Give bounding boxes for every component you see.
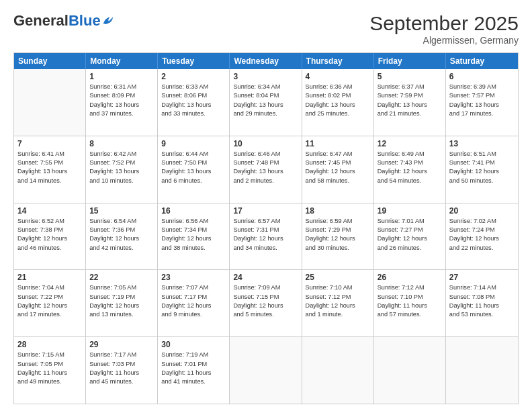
cell-info-line: and 1 minute. xyxy=(306,310,370,319)
cell-info-line: Sunrise: 7:07 AM xyxy=(161,283,226,292)
cell-info-line: Sunrise: 6:31 AM xyxy=(89,83,154,91)
cell-info-line: Daylight: 12 hours xyxy=(233,234,298,243)
calendar-cell: 14Sunrise: 6:52 AMSunset: 7:38 PMDayligh… xyxy=(14,203,86,270)
calendar-cell: 21Sunrise: 7:04 AMSunset: 7:22 PMDayligh… xyxy=(14,270,86,336)
cell-info-line: Sunset: 8:09 PM xyxy=(89,91,154,100)
weekday-header: Thursday xyxy=(302,53,374,69)
cell-info-line: and 6 minutes. xyxy=(161,177,226,185)
cell-info-line: Daylight: 11 hours xyxy=(17,369,82,377)
month-title: September 2025 xyxy=(369,12,519,35)
day-number: 12 xyxy=(378,139,442,148)
day-number: 4 xyxy=(306,72,370,81)
calendar-cell: 12Sunrise: 6:49 AMSunset: 7:43 PMDayligh… xyxy=(374,136,446,203)
cell-info-line: Daylight: 13 hours xyxy=(161,167,226,176)
cell-info-line: Daylight: 12 hours xyxy=(17,234,82,243)
day-number: 17 xyxy=(233,206,298,216)
calendar-cell: 27Sunrise: 7:14 AMSunset: 7:08 PMDayligh… xyxy=(446,270,518,336)
cell-info-line: Sunrise: 6:37 AM xyxy=(378,83,442,91)
cell-info-line: and 34 minutes. xyxy=(233,244,298,253)
calendar-cell: 7Sunrise: 6:41 AMSunset: 7:55 PMDaylight… xyxy=(14,136,86,203)
cell-info-line: Sunrise: 7:04 AM xyxy=(17,283,82,292)
cell-info-line: and 17 minutes. xyxy=(449,109,515,118)
cell-info-line: Sunrise: 7:05 AM xyxy=(89,283,154,292)
cell-info-line: Sunset: 7:48 PM xyxy=(233,158,298,167)
day-number: 24 xyxy=(233,273,298,282)
cell-info-line: and 53 minutes. xyxy=(449,310,515,319)
day-number: 28 xyxy=(17,340,82,349)
day-number: 26 xyxy=(378,273,442,282)
cell-info-line: and 46 minutes. xyxy=(17,244,82,253)
calendar-cell: 5Sunrise: 6:37 AMSunset: 7:59 PMDaylight… xyxy=(374,69,446,136)
cell-info-line: Daylight: 12 hours xyxy=(306,234,370,243)
cell-info-line: Sunset: 7:45 PM xyxy=(306,158,370,167)
calendar-cell: 1Sunrise: 6:31 AMSunset: 8:09 PMDaylight… xyxy=(86,69,158,136)
day-number: 11 xyxy=(306,139,370,148)
cell-info-line: Sunrise: 6:39 AM xyxy=(449,83,515,91)
cell-info-line: Sunrise: 6:57 AM xyxy=(233,217,298,226)
cell-info-line: Sunset: 7:17 PM xyxy=(161,293,226,302)
cell-info-line: Daylight: 13 hours xyxy=(17,167,82,176)
cell-info-line: Sunrise: 6:49 AM xyxy=(378,150,442,158)
cell-info-line: Daylight: 13 hours xyxy=(233,101,298,109)
day-number: 20 xyxy=(449,206,515,216)
cell-info-line: Daylight: 11 hours xyxy=(161,369,226,377)
calendar-body: 1Sunrise: 6:31 AMSunset: 8:09 PMDaylight… xyxy=(14,69,518,404)
cell-info-line: Sunset: 7:27 PM xyxy=(378,226,442,234)
calendar-cell: 16Sunrise: 6:56 AMSunset: 7:34 PMDayligh… xyxy=(158,203,230,270)
cell-info-line: and 21 minutes. xyxy=(378,109,442,118)
calendar-row: 7Sunrise: 6:41 AMSunset: 7:55 PMDaylight… xyxy=(14,136,518,203)
cell-info-line: Sunset: 7:12 PM xyxy=(306,293,370,302)
cell-info-line: and 5 minutes. xyxy=(233,310,298,319)
cell-info-line: Sunrise: 6:51 AM xyxy=(449,150,515,158)
day-number: 13 xyxy=(449,139,515,148)
cell-info-line: Sunset: 7:31 PM xyxy=(233,226,298,234)
cell-info-line: Daylight: 13 hours xyxy=(306,101,370,109)
logo-bird-icon xyxy=(102,15,114,26)
cell-info-line: Sunset: 7:34 PM xyxy=(161,226,226,234)
logo-blue: Blue xyxy=(69,12,101,30)
cell-info-line: Daylight: 12 hours xyxy=(161,234,226,243)
day-number: 27 xyxy=(449,273,515,282)
cell-info-line: and 14 minutes. xyxy=(17,177,82,185)
day-number: 7 xyxy=(17,139,82,148)
day-number: 21 xyxy=(17,273,82,282)
day-number: 23 xyxy=(161,273,226,282)
cell-info-line: and 22 minutes. xyxy=(449,244,515,253)
logo-text: GeneralBlue xyxy=(13,12,114,30)
cell-info-line: and 49 minutes. xyxy=(17,377,82,386)
cell-info-line: Sunset: 7:50 PM xyxy=(161,158,226,167)
cell-info-line: and 57 minutes. xyxy=(378,310,442,319)
cell-info-line: Daylight: 12 hours xyxy=(17,302,82,310)
cell-info-line: Daylight: 12 hours xyxy=(449,167,515,176)
calendar-row: 14Sunrise: 6:52 AMSunset: 7:38 PMDayligh… xyxy=(14,203,518,270)
cell-info-line: Daylight: 12 hours xyxy=(89,302,154,310)
cell-info-line: Sunrise: 7:19 AM xyxy=(161,351,226,359)
cell-info-line: and 29 minutes. xyxy=(233,109,298,118)
cell-info-line: Sunset: 8:02 PM xyxy=(306,91,370,100)
calendar-cell: 6Sunrise: 6:39 AMSunset: 7:57 PMDaylight… xyxy=(446,69,518,136)
cell-info-line: Sunset: 7:57 PM xyxy=(449,91,515,100)
cell-info-line: Sunset: 7:10 PM xyxy=(378,293,442,302)
cell-info-line: Sunrise: 7:15 AM xyxy=(17,351,82,359)
calendar-cell: 2Sunrise: 6:33 AMSunset: 8:06 PMDaylight… xyxy=(158,69,230,136)
cell-info-line: and 38 minutes. xyxy=(161,244,226,253)
calendar-cell: 19Sunrise: 7:01 AMSunset: 7:27 PMDayligh… xyxy=(374,203,446,270)
cell-info-line: Daylight: 12 hours xyxy=(306,167,370,176)
cell-info-line: and 54 minutes. xyxy=(378,177,442,185)
calendar: SundayMondayTuesdayWednesdayThursdayFrid… xyxy=(13,52,519,404)
cell-info-line: Sunset: 8:04 PM xyxy=(233,91,298,100)
cell-info-line: and 26 minutes. xyxy=(378,244,442,253)
cell-info-line: Sunrise: 6:42 AM xyxy=(89,150,154,158)
cell-info-line: Sunrise: 6:46 AM xyxy=(233,150,298,158)
cell-info-line: Sunset: 7:36 PM xyxy=(89,226,154,234)
header: GeneralBlue September 2025 Algermissen, … xyxy=(13,12,519,46)
cell-info-line: Sunrise: 7:12 AM xyxy=(378,283,442,292)
calendar-cell: 3Sunrise: 6:34 AMSunset: 8:04 PMDaylight… xyxy=(230,69,302,136)
cell-info-line: and 50 minutes. xyxy=(449,177,515,185)
day-number: 25 xyxy=(306,273,370,282)
calendar-cell xyxy=(230,337,302,404)
cell-info-line: Sunrise: 7:02 AM xyxy=(449,217,515,226)
calendar-cell: 23Sunrise: 7:07 AMSunset: 7:17 PMDayligh… xyxy=(158,270,230,336)
calendar-cell: 4Sunrise: 6:36 AMSunset: 8:02 PMDaylight… xyxy=(302,69,374,136)
cell-info-line: Daylight: 12 hours xyxy=(89,234,154,243)
